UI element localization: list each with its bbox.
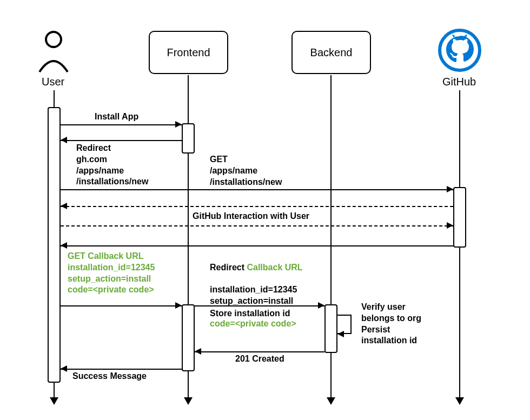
arrow-success-head xyxy=(61,365,67,372)
frontend-label: Frontend xyxy=(167,46,210,59)
arrow-gh-callback-head xyxy=(61,242,67,249)
svg-point-0 xyxy=(46,32,61,47)
github-label: GitHub xyxy=(442,76,476,88)
github-activation xyxy=(453,187,466,248)
arrow-user-to-frontend-2 xyxy=(61,305,182,306)
msg-get-new: GET /apps/name /installations/new xyxy=(210,154,282,188)
msg-success: Success Message xyxy=(72,371,147,382)
github-icon xyxy=(438,29,481,74)
msg-redirect-callback-url: Callback URL xyxy=(247,263,302,272)
frontend-activation-2 xyxy=(182,304,195,371)
msg-gh-interaction: GitHub Interaction with User xyxy=(190,211,312,222)
user-icon xyxy=(36,30,71,75)
arrow-user-to-gh-dashed-head xyxy=(447,222,453,229)
frontend-lifeline-tail xyxy=(184,397,193,405)
backend-lifeline-tail xyxy=(327,397,335,405)
arrow-user-to-github xyxy=(61,189,453,190)
frontend-box: Frontend xyxy=(149,31,228,74)
user-lifeline-tail xyxy=(50,397,58,405)
msg-redirect-callback-prefix: Redirect xyxy=(210,263,247,272)
arrow-store-id-head xyxy=(318,302,324,309)
msg-install-app: Install App xyxy=(95,111,138,123)
arrow-store-id xyxy=(195,305,324,306)
arrow-201-head xyxy=(195,348,201,355)
msg-201: 201 Created xyxy=(235,354,284,365)
arrow-success xyxy=(61,369,182,370)
arrow-gh-to-user-dashed-head xyxy=(61,203,67,209)
arrow-redirect-new xyxy=(61,140,182,141)
msg-self-note: Verify user belongs to org Persist insta… xyxy=(361,302,421,346)
frontend-activation-1 xyxy=(182,123,195,154)
github-lifeline-tail xyxy=(455,397,464,405)
msg-redirect-callback-rest: installation_id=12345 setup_action=insta… xyxy=(210,285,297,305)
arrow-gh-to-user-dashed xyxy=(61,206,453,207)
msg-redirect-new: Redirect gh.com /apps/name /installation… xyxy=(76,143,148,188)
arrow-redirect-new-head xyxy=(61,137,67,143)
backend-box: Backend xyxy=(292,31,371,74)
arrow-gh-callback xyxy=(61,245,453,246)
arrow-install-app-head xyxy=(175,121,182,128)
arrow-201 xyxy=(195,351,324,352)
arrow-user-to-github-head xyxy=(447,186,453,192)
user-activation xyxy=(48,107,61,383)
backend-activation xyxy=(324,304,337,353)
arrow-user-to-frontend-2-head xyxy=(175,302,182,309)
sequence-diagram: User Frontend Backend GitHub Ins xyxy=(0,0,530,420)
arrow-user-to-gh-dashed xyxy=(61,225,453,226)
backend-label: Backend xyxy=(310,46,353,59)
user-label: User xyxy=(42,76,64,88)
arrow-install-app xyxy=(61,124,182,125)
msg-get-callback: GET Callback URL installation_id=12345 s… xyxy=(68,251,155,296)
msg-store-id: Store installation id xyxy=(210,308,290,319)
msg-redirect-callback-code: code=<private code> xyxy=(210,319,296,328)
backend-self-loop-head xyxy=(337,331,344,337)
